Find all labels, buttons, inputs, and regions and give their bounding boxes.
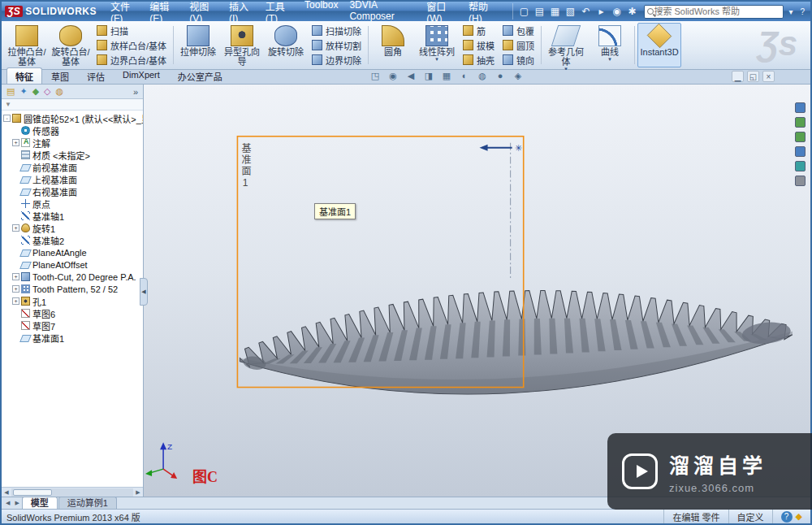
- open-icon[interactable]: ▤: [532, 4, 546, 19]
- doc-close-button[interactable]: ×: [762, 71, 775, 82]
- ribbon-tab[interactable]: DimXpert: [114, 67, 169, 84]
- status-custom-button[interactable]: 自定义: [728, 510, 772, 523]
- document-tab[interactable]: 运动算例1: [58, 497, 117, 509]
- propertymanager-tab-icon[interactable]: ✦: [19, 86, 27, 97]
- dimxpert-tab-icon[interactable]: ◇: [44, 86, 50, 97]
- tree-item[interactable]: 上视基准面: [2, 173, 143, 185]
- ribbon-small-button[interactable]: 扫描切除: [309, 24, 364, 37]
- ribbon-small-button[interactable]: 包覆: [500, 24, 537, 37]
- tree-item[interactable]: 基准面1: [2, 332, 143, 344]
- tab-scroll-left-button[interactable]: ◀: [3, 500, 12, 506]
- tree-item[interactable]: PlaneAtAngle: [2, 246, 143, 258]
- bevel-gear-model[interactable]: [240, 291, 792, 394]
- chevron-overflow-icon[interactable]: »: [133, 87, 138, 97]
- cameras-icon[interactable]: [795, 176, 806, 186]
- hole-wizard-button[interactable]: 异型孔向导: [220, 23, 264, 67]
- tree-item[interactable]: 草图7: [2, 319, 143, 332]
- print-icon[interactable]: ▧: [563, 4, 577, 19]
- expand-toggle-icon[interactable]: +: [12, 139, 19, 146]
- fillet-button[interactable]: 圆角: [371, 23, 415, 67]
- scrollbar-track[interactable]: [11, 488, 133, 497]
- zoom-area-icon[interactable]: ◉: [387, 71, 400, 81]
- expand-toggle-icon[interactable]: +: [12, 273, 19, 280]
- appearance-icon[interactable]: ●: [494, 71, 507, 81]
- rebuild-icon[interactable]: ◉: [609, 4, 624, 19]
- tree-item[interactable]: 草图6: [2, 307, 143, 319]
- ribbon-small-button[interactable]: 抽壳: [460, 53, 497, 67]
- curves-button[interactable]: 曲线 ▼: [588, 23, 632, 67]
- tree-item[interactable]: PlaneAtOffset: [2, 258, 143, 271]
- tree-item[interactable]: 基准轴2: [2, 234, 143, 246]
- doc-restore-button[interactable]: ◱: [747, 71, 759, 82]
- tree-item[interactable]: 原点: [2, 197, 143, 210]
- save-icon[interactable]: ▦: [547, 4, 562, 19]
- tree-item[interactable]: + 注解: [2, 137, 143, 149]
- ribbon-small-button[interactable]: 放样切割: [309, 38, 364, 52]
- ribbon-tab[interactable]: 办公室产品: [169, 67, 231, 84]
- tree-item[interactable]: 材质 <未指定>: [2, 149, 143, 161]
- ribbon-small-button[interactable]: 筋: [460, 24, 497, 37]
- revolve-boss-button[interactable]: 旋转凸台/基体: [49, 23, 93, 67]
- ribbon-small-button[interactable]: 拔模: [460, 38, 497, 52]
- ribbon-small-button[interactable]: 边界切除: [309, 53, 364, 67]
- hide-show-icon[interactable]: ◍: [476, 71, 489, 81]
- displaymanager-tab-icon[interactable]: ◍: [56, 86, 64, 97]
- document-tab[interactable]: 模型: [22, 497, 58, 509]
- undo-icon[interactable]: ↶: [578, 4, 593, 19]
- linear-pattern-button[interactable]: 线性阵列 ▼: [415, 23, 459, 67]
- expand-toggle-icon[interactable]: +: [12, 297, 19, 305]
- display-style-icon[interactable]: ◐: [458, 71, 471, 81]
- lights-icon[interactable]: [795, 161, 806, 171]
- section-view-icon[interactable]: ◨: [422, 71, 435, 81]
- standard-views-icon[interactable]: [795, 102, 806, 113]
- filter-funnel-icon[interactable]: ▼: [5, 101, 11, 108]
- help-question-icon[interactable]: ?: [781, 511, 793, 523]
- select-icon[interactable]: ▸: [594, 4, 608, 19]
- tab-scroll-right-button[interactable]: ▶: [12, 500, 21, 506]
- expand-toggle-icon[interactable]: +: [12, 285, 19, 293]
- search-input[interactable]: [654, 7, 780, 16]
- tree-item[interactable]: 右视基准面: [2, 185, 143, 197]
- appearances-icon[interactable]: [795, 132, 806, 142]
- ribbon-tab[interactable]: 特征: [6, 67, 42, 84]
- ribbon-small-button[interactable]: 圆顶: [500, 38, 537, 52]
- revolve-cut-button[interactable]: 旋转切除: [264, 23, 308, 67]
- view-orientation-icon[interactable]: ▦: [440, 71, 453, 81]
- ribbon-small-button[interactable]: 边界凸台/基体: [94, 53, 169, 67]
- scroll-right-button[interactable]: ▶: [133, 489, 143, 496]
- tree-item[interactable]: + 孔1: [2, 295, 143, 307]
- instant3d-button[interactable]: Instant3D: [637, 23, 681, 67]
- ribbon-small-button[interactable]: 镜向: [500, 53, 537, 67]
- tree-item[interactable]: + Tooth Pattern, 52 / 52: [2, 283, 143, 295]
- expand-toggle-icon[interactable]: -: [3, 115, 11, 122]
- tree-item[interactable]: + 旋转1: [2, 222, 143, 234]
- doc-minimize-button[interactable]: ▁: [732, 71, 744, 82]
- panel-collapse-button[interactable]: ◀: [140, 278, 148, 306]
- tree-item[interactable]: 基准轴1: [2, 210, 143, 222]
- scrollbar-thumb[interactable]: [13, 489, 52, 496]
- tree-item[interactable]: - 圆锥齿轮52×1 (默认<<默认>_显示: [2, 112, 143, 124]
- zoom-fit-icon[interactable]: ◳: [369, 71, 382, 81]
- ribbon-tab[interactable]: 评估: [78, 67, 114, 84]
- ribbon-small-button[interactable]: 扫描: [94, 24, 169, 37]
- display-style-icon[interactable]: [795, 117, 806, 128]
- search-dropdown-icon[interactable]: ▾: [786, 7, 795, 16]
- featuremanager-tab-icon[interactable]: ▤: [6, 86, 15, 97]
- extrude-boss-button[interactable]: 拉伸凸台/基体: [5, 23, 49, 67]
- scene-icon[interactable]: ◈: [512, 71, 525, 81]
- configurationmanager-tab-icon[interactable]: ◆: [32, 86, 39, 97]
- tree-item[interactable]: 前视基准面: [2, 161, 143, 173]
- options-icon[interactable]: ✱: [624, 4, 639, 19]
- new-icon[interactable]: ▢: [516, 4, 531, 19]
- ribbon-tab[interactable]: 草图: [42, 67, 78, 84]
- scenes-icon[interactable]: [795, 146, 806, 157]
- previous-view-icon[interactable]: ◀: [404, 71, 417, 81]
- extrude-cut-button[interactable]: 拉伸切除: [176, 23, 220, 67]
- tree-item[interactable]: + Tooth-Cut, 20 Degree P.A.: [2, 271, 143, 283]
- scroll-left-button[interactable]: ◀: [2, 489, 11, 496]
- expand-toggle-icon[interactable]: +: [12, 224, 19, 232]
- reference-geometry-button[interactable]: 参考几何体 ▼: [544, 23, 588, 67]
- ribbon-small-button[interactable]: 放样凸台/基体: [94, 38, 169, 52]
- help-icon[interactable]: ?: [797, 7, 807, 16]
- tree-item[interactable]: 传感器: [2, 124, 143, 137]
